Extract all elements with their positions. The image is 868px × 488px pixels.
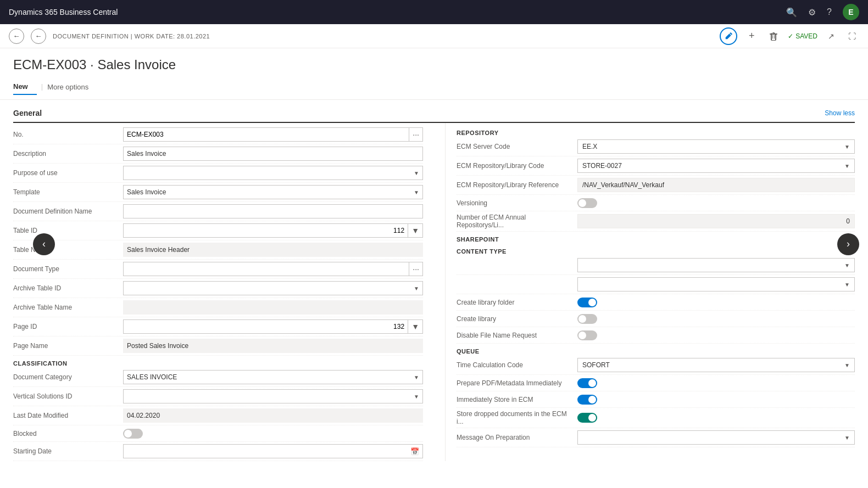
toggle-store-dropped-wrap (577, 413, 855, 423)
value-doc-category: SALES INVOICE ▼ (123, 370, 423, 384)
settings-icon[interactable]: ⚙ (808, 7, 816, 18)
user-avatar[interactable]: E (843, 4, 859, 20)
toggle-store-dropped[interactable] (577, 413, 597, 423)
select-template[interactable]: Sales Invoice (124, 187, 410, 198)
select-ecm-server[interactable]: EE.X (578, 141, 840, 152)
label-blocked: Blocked (13, 430, 123, 437)
edit-button[interactable] (720, 27, 737, 45)
select-archive-table-id[interactable] (124, 283, 410, 294)
label-doc-def-name: Document Definition Name (13, 207, 123, 215)
select-archive-table-id-wrap: ▼ (123, 281, 423, 295)
show-less-link[interactable]: Show less (825, 109, 855, 117)
label-no: No. (13, 131, 123, 138)
input-doc-type-wrap: ··· (123, 262, 423, 276)
external-link-button[interactable]: ↗ (824, 29, 838, 43)
value-ecm-server-code: EE.X ▼ (577, 139, 855, 154)
select-vertical-solutions[interactable] (124, 391, 410, 402)
field-ecm-server-code: ECM Server Code EE.X ▼ (457, 137, 855, 156)
input-page-id[interactable] (124, 321, 408, 332)
label-archive-table-id: Archive Table ID (13, 284, 123, 292)
toggle-create-library-folder-knob (588, 299, 596, 306)
toggle-blocked[interactable] (123, 429, 143, 439)
saved-label: SAVED (795, 32, 817, 40)
search-icon[interactable]: 🔍 (786, 7, 797, 18)
toggle-disable-file-name[interactable] (577, 330, 597, 340)
input-no-wrap: ··· (123, 127, 423, 142)
sharepoint-label: SHAREPOINT (457, 232, 855, 244)
input-no[interactable] (124, 129, 409, 140)
no-dots-button[interactable]: ··· (409, 128, 422, 141)
value-ecm-repo-reference (577, 178, 855, 192)
input-doc-def-name[interactable] (123, 204, 423, 218)
value-prepare-pdf (577, 378, 855, 388)
label-prepare-pdf: Prepare PDF/Metadata Immediately (457, 379, 577, 387)
input-num-ecm-annual (577, 214, 855, 228)
label-last-date-modified: Last Date Modified (13, 412, 123, 419)
toggle-immediately-store[interactable] (577, 395, 597, 405)
doc-type-dots-button[interactable]: ··· (409, 262, 422, 276)
input-starting-date[interactable] (124, 446, 407, 457)
select-doc-category-wrap: SALES INVOICE ▼ (123, 370, 423, 384)
value-table-name (123, 243, 423, 257)
toggle-versioning-knob (578, 199, 586, 207)
toggle-create-library-folder-wrap (577, 298, 855, 307)
field-table-name: Table Name (13, 240, 423, 260)
general-section-header: General Show less (13, 100, 855, 123)
label-page-id: Page ID (13, 323, 123, 330)
section-title-general: General (13, 109, 42, 117)
select-message-prep[interactable] (578, 432, 840, 443)
queue-label: QUEUE (457, 344, 855, 356)
repository-label: REPOSITORY (457, 125, 855, 137)
page-id-chevron-icon[interactable]: ▼ (408, 320, 422, 333)
label-vertical-solutions: Vertical Solutions ID (13, 392, 123, 400)
tab-divider: | (41, 79, 43, 95)
table-id-chevron-icon[interactable]: ▼ (408, 224, 422, 237)
content-type-1-chevron-icon: ▼ (840, 262, 854, 268)
delete-button[interactable] (766, 29, 781, 44)
field-num-ecm-annual: Number of ECM Annual Repositorys/Li... (457, 211, 855, 232)
next-arrow-button[interactable]: › (837, 233, 859, 255)
toggle-immediately-store-wrap (577, 395, 855, 405)
select-time-calc[interactable]: SOFORT (578, 360, 840, 371)
help-icon[interactable]: ? (827, 7, 832, 17)
page-wrapper: ← ← DOCUMENT DEFINITION | WORK DATE: 28.… (0, 24, 868, 488)
toggle-versioning-wrap (577, 198, 855, 208)
back-button-secondary[interactable]: ← (9, 29, 24, 44)
toggle-prepare-pdf[interactable] (577, 378, 597, 388)
expand-button[interactable]: ⛶ (845, 29, 859, 43)
value-message-prep: ▼ (577, 430, 855, 445)
field-vertical-solutions: Vertical Solutions ID ▼ (13, 387, 423, 406)
calendar-icon[interactable]: 📅 (407, 447, 422, 456)
select-doc-category[interactable]: SALES INVOICE (124, 372, 410, 383)
back-button-primary[interactable]: ← (31, 29, 46, 44)
label-immediately-store: Immediately Store in ECM (457, 396, 577, 403)
value-store-dropped (577, 413, 855, 423)
label-time-calc-code: Time Calculation Code (457, 361, 577, 369)
field-message-prep: Message On Preparation ▼ (457, 428, 855, 447)
label-purpose: Purpose of use (13, 169, 123, 177)
select-purpose[interactable] (124, 167, 410, 178)
toggle-disable-file-name-knob (578, 332, 586, 339)
field-no: No. ··· (13, 125, 423, 144)
toggle-create-library[interactable] (577, 314, 597, 324)
field-doc-def-name: Document Definition Name (13, 202, 423, 221)
field-description: Description (13, 144, 423, 164)
tab-more-options[interactable]: More options (47, 79, 97, 95)
input-doc-type[interactable] (124, 263, 409, 274)
select-content-type-2[interactable] (578, 279, 840, 290)
toggle-create-library-folder[interactable] (577, 298, 597, 307)
value-vertical-solutions: ▼ (123, 389, 423, 403)
input-table-id[interactable] (124, 225, 408, 236)
select-content-type-1[interactable] (578, 260, 840, 271)
field-table-id: Table ID ▼ (13, 221, 423, 240)
prev-arrow-button[interactable]: ‹ (33, 233, 55, 255)
select-content-type-2-wrap: ▼ (577, 277, 855, 291)
select-ecm-repo[interactable]: STORE-0027 (578, 160, 840, 171)
input-description[interactable] (123, 147, 423, 161)
label-ecm-repo-reference: ECM Repository/Library Reference (457, 181, 577, 189)
field-ecm-repo-library: ECM Repository/Library Code STORE-0027 ▼ (457, 156, 855, 176)
input-archive-table-name (123, 300, 423, 315)
add-button[interactable]: + (744, 29, 759, 44)
toggle-versioning[interactable] (577, 198, 597, 208)
tab-new[interactable]: New (13, 79, 37, 95)
